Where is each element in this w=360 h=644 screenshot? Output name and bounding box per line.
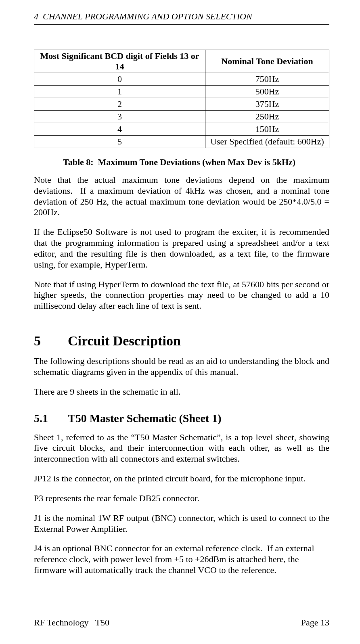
table-cell: 250Hz — [205, 111, 329, 123]
section-5-heading: 5Circuit Description — [34, 333, 329, 349]
table-cell: 4 — [34, 123, 205, 136]
table-cell: 5 — [34, 136, 205, 148]
paragraph: Note that the actual maximum tone deviat… — [34, 175, 329, 218]
table-cell: User Specified (default: 600Hz) — [205, 136, 329, 148]
table-row: 0 750Hz — [34, 73, 329, 86]
paragraph: JP12 is the connector, on the printed ci… — [34, 473, 329, 484]
running-header: 4 CHANNEL PROGRAMMING AND OPTION SELECTI… — [34, 11, 329, 25]
page-footer: RF Technology T50 Page 13 — [34, 614, 329, 628]
table-cell: 0 — [34, 73, 205, 86]
section-title: T50 Master Schematic (Sheet 1) — [68, 412, 222, 424]
table-row: 3 250Hz — [34, 111, 329, 123]
table-8-caption: Table 8: Maximum Tone Deviations (when M… — [63, 157, 329, 167]
table-cell: 750Hz — [205, 73, 329, 86]
section-5-1-heading: 5.1T50 Master Schematic (Sheet 1) — [34, 412, 329, 425]
paragraph: P3 represents the rear female DB25 conne… — [34, 493, 329, 504]
table-header-col1: Most Significant BCD digit of Fields 13 … — [34, 50, 205, 73]
paragraph: J4 is an optional BNC connector for an e… — [34, 543, 329, 575]
table-row: 4 150Hz — [34, 123, 329, 136]
table-header-row: Most Significant BCD digit of Fields 13 … — [34, 50, 329, 73]
table-cell: 500Hz — [205, 86, 329, 98]
table-row: 2 375Hz — [34, 98, 329, 111]
paragraph: If the Eclipse50 Software is not used to… — [34, 227, 329, 270]
table-cell: 2 — [34, 98, 205, 111]
section-number: 5 — [34, 333, 68, 349]
footer-left: RF Technology T50 — [34, 617, 109, 628]
table-cell: 3 — [34, 111, 205, 123]
footer-right: Page 13 — [301, 617, 329, 628]
table-8: Most Significant BCD digit of Fields 13 … — [34, 50, 329, 148]
paragraph: Note that if using HyperTerm to download… — [34, 279, 329, 312]
table-header-col2: Nominal Tone Deviation — [205, 50, 329, 73]
table-cell: 1 — [34, 86, 205, 98]
table-cell: 375Hz — [205, 98, 329, 111]
paragraph: The following descriptions should be rea… — [34, 356, 329, 378]
paragraph: There are 9 sheets in the schematic in a… — [34, 387, 329, 397]
section-number: 5.1 — [34, 412, 68, 425]
table-row: 1 500Hz — [34, 86, 329, 98]
paragraph: J1 is the nominal 1W RF output (BNC) con… — [34, 513, 329, 535]
page: 4 CHANNEL PROGRAMMING AND OPTION SELECTI… — [0, 0, 360, 644]
table-row: 5 User Specified (default: 600Hz) — [34, 136, 329, 148]
section-title: Circuit Description — [68, 333, 181, 348]
table-cell: 150Hz — [205, 123, 329, 136]
paragraph: Sheet 1, referred to as the “T50 Master … — [34, 432, 329, 464]
